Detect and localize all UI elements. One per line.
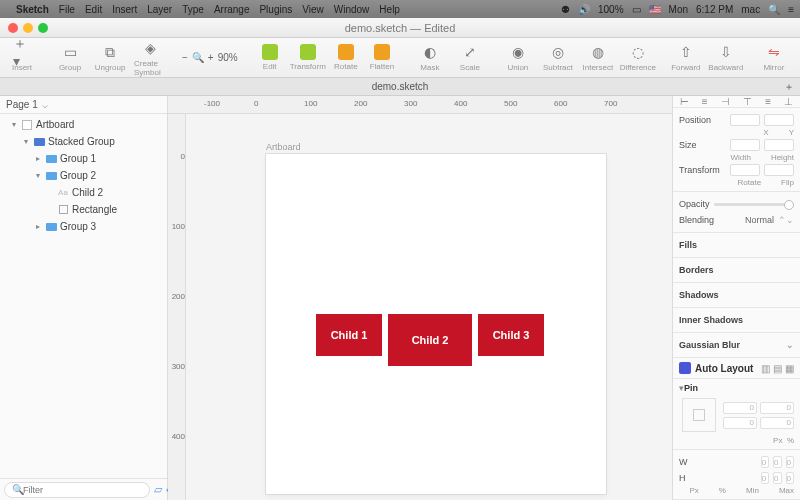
child-1-box[interactable]: Child 1 [316, 314, 382, 356]
pin-right-field[interactable]: 0 [760, 402, 794, 414]
gaussian-blur-section[interactable]: Gaussian Blur⌄ [679, 337, 794, 353]
user[interactable]: mac [741, 4, 760, 15]
difference-icon: ◌ [629, 43, 647, 61]
group-button[interactable]: ▭Group [54, 43, 86, 72]
flip-field[interactable] [764, 164, 794, 176]
inner-shadows-section[interactable]: Inner Shadows [679, 312, 794, 328]
menu-plugins[interactable]: Plugins [259, 4, 292, 15]
layer-filter-input[interactable] [4, 482, 150, 498]
app-name[interactable]: Sketch [16, 4, 49, 15]
h-min[interactable]: 0 [773, 472, 781, 484]
zoom-out-icon[interactable]: − [182, 52, 188, 63]
search-icon: 🔍 [12, 484, 24, 495]
volume-icon[interactable]: 🔊 [578, 4, 590, 15]
h-max[interactable]: 0 [786, 472, 794, 484]
new-tab-button[interactable]: ＋ [784, 80, 794, 94]
edit-button[interactable]: Edit [254, 44, 286, 71]
zoom-in-icon[interactable]: + [208, 52, 214, 63]
blending-select[interactable]: Normal [745, 215, 774, 225]
mask-button[interactable]: ◐Mask [414, 43, 446, 72]
menu-layer[interactable]: Layer [147, 4, 172, 15]
stack-h-icon[interactable]: ▥ [761, 363, 770, 374]
flatten-button[interactable]: Flatten [366, 44, 398, 71]
flag-icon[interactable]: 🇺🇸 [649, 4, 661, 15]
pin-bottom-field[interactable]: 0 [723, 417, 757, 429]
w-val[interactable]: 0 [761, 456, 769, 468]
menu-help[interactable]: Help [379, 4, 400, 15]
menu-file[interactable]: File [59, 4, 75, 15]
align-top-icon[interactable]: ⊤ [743, 96, 752, 107]
align-bottom-icon[interactable]: ⊥ [784, 96, 793, 107]
union-button[interactable]: ◉Union [502, 43, 534, 72]
notification-icon[interactable]: ≡ [788, 4, 794, 15]
mirror-icon: ⇋ [765, 43, 783, 61]
insert-button[interactable]: ＋▾ Insert [6, 43, 38, 72]
ungroup-button[interactable]: ⧉Ungroup [94, 43, 126, 72]
width-field[interactable] [730, 139, 760, 151]
rotate-button[interactable]: Rotate [330, 44, 362, 71]
shadows-section[interactable]: Shadows [679, 287, 794, 303]
menu-edit[interactable]: Edit [85, 4, 102, 15]
close-window-button[interactable] [8, 23, 18, 33]
align-right-icon[interactable]: ⊣ [721, 96, 730, 107]
mirror-button[interactable]: ⇋Mirror [758, 43, 790, 72]
menu-arrange[interactable]: Arrange [214, 4, 250, 15]
w-max[interactable]: 0 [786, 456, 794, 468]
ungroup-icon: ⧉ [101, 43, 119, 61]
menu-view[interactable]: View [302, 4, 324, 15]
backward-button[interactable]: ⇩Backward [710, 43, 742, 72]
create-symbol-button[interactable]: ◈Create Symbol [134, 39, 166, 77]
layer-artboard[interactable]: ▾Artboard [0, 116, 167, 133]
h-val[interactable]: 0 [761, 472, 769, 484]
flatten-icon [374, 44, 390, 60]
align-center-h-icon[interactable]: ≡ [702, 96, 708, 107]
pages-dropdown[interactable]: Page 1⌵ [0, 96, 167, 114]
layer-group-2[interactable]: ▾Group 2 [0, 167, 167, 184]
y-field[interactable] [764, 114, 794, 126]
align-left-icon[interactable]: ⊢ [680, 96, 689, 107]
scale-button[interactable]: ⤢Scale [454, 43, 486, 72]
group-icon: ▭ [61, 43, 79, 61]
align-center-v-icon[interactable]: ≡ [765, 96, 771, 107]
fills-section[interactable]: Fills [679, 237, 794, 253]
stack-grid-icon[interactable]: ▦ [785, 363, 794, 374]
borders-section[interactable]: Borders [679, 262, 794, 278]
difference-button[interactable]: ◌Difference [622, 43, 654, 72]
artboard-label[interactable]: Artboard [266, 142, 301, 152]
alignment-controls[interactable]: ⊢ ≡ ⊣ ⊤ ≡ ⊥ [673, 96, 800, 108]
zoom-control[interactable]: − 🔍 + 90% [182, 52, 238, 63]
forward-button[interactable]: ⇧Forward [670, 43, 702, 72]
fullscreen-window-button[interactable] [38, 23, 48, 33]
layer-group-3[interactable]: ▸Group 3 [0, 218, 167, 235]
stack-v-icon[interactable]: ▤ [773, 363, 782, 374]
layer-child-2[interactable]: AaChild 2 [0, 184, 167, 201]
layer-rectangle[interactable]: Rectangle [0, 201, 167, 218]
artboard[interactable]: Child 1 Child 2 Child 3 [266, 154, 606, 494]
transform-button[interactable]: Transform [290, 44, 326, 71]
menu-insert[interactable]: Insert [112, 4, 137, 15]
opacity-slider[interactable] [714, 203, 794, 206]
filter-clear-icon[interactable]: ▱ [154, 483, 162, 496]
pin-section: ▾Pin 0 0 0 0 Px % [673, 379, 800, 450]
menu-window[interactable]: Window [334, 4, 370, 15]
spotlight-icon[interactable]: 🔍 [768, 4, 780, 15]
canvas[interactable]: Artboard Child 1 Child 2 Child 3 [186, 114, 672, 500]
child-3-box[interactable]: Child 3 [478, 314, 544, 356]
child-2-box[interactable]: Child 2 [388, 314, 472, 366]
wifi-icon[interactable]: ⚉ [561, 4, 570, 15]
height-field[interactable] [764, 139, 794, 151]
pin-top-field[interactable]: 0 [723, 402, 757, 414]
layer-group-1[interactable]: ▸Group 1 [0, 150, 167, 167]
layer-stacked-group[interactable]: ▾Stacked Group [0, 133, 167, 150]
menu-type[interactable]: Type [182, 4, 204, 15]
pin-left-field[interactable]: 0 [760, 417, 794, 429]
w-min[interactable]: 0 [773, 456, 781, 468]
subtract-button[interactable]: ◎Subtract [542, 43, 574, 72]
window-title: demo.sketch — Edited [0, 22, 800, 34]
minimize-window-button[interactable] [23, 23, 33, 33]
tab-demo[interactable]: demo.sketch [372, 81, 429, 92]
x-field[interactable] [730, 114, 760, 126]
intersect-button[interactable]: ◍Intersect [582, 43, 614, 72]
pin-edges-control[interactable] [682, 398, 716, 432]
rotate-field[interactable] [730, 164, 760, 176]
